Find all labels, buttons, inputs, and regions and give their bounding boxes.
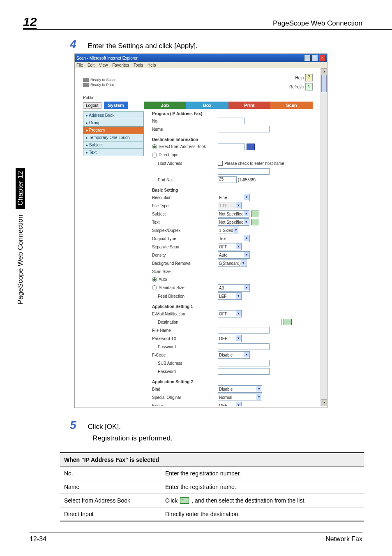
app1-heading: Application Setting 1: [152, 304, 313, 309]
footer: 12-34 Network Fax: [30, 533, 362, 543]
dest-input[interactable]: [218, 319, 282, 325]
name-label: Name: [152, 127, 218, 132]
tab-job[interactable]: Job: [144, 102, 186, 109]
refresh-icon[interactable]: ↻: [305, 83, 313, 90]
help-link[interactable]: Help: [295, 76, 304, 80]
fpwd-input[interactable]: [218, 368, 270, 375]
bg-select[interactable]: 0(Standard): [218, 259, 247, 267]
sepscan-select[interactable]: OFF: [218, 243, 242, 250]
resolution-label: Resolution: [152, 195, 218, 200]
minimize-button[interactable]: _: [304, 55, 311, 61]
tab-scan[interactable]: Scan: [270, 102, 313, 109]
sub-label: SUB Address: [158, 361, 218, 366]
menu-subject[interactable]: ▸ Subject: [83, 141, 144, 149]
no-label: No.: [152, 119, 218, 123]
pwd-label: Password: [158, 345, 218, 349]
menu-group[interactable]: ▸ Group: [83, 119, 144, 127]
vertical-scrollbar[interactable]: ▴ ▾: [321, 68, 327, 406]
host-addr-label: Host Address: [158, 161, 218, 166]
menu-tools[interactable]: Tools: [134, 63, 143, 67]
resolution-select[interactable]: Fine: [218, 194, 250, 201]
no-input[interactable]: [218, 118, 245, 124]
close-button[interactable]: ×: [319, 55, 325, 61]
fcode-select[interactable]: Disable: [218, 351, 250, 359]
basic-heading: Basic Setting: [152, 188, 313, 192]
feed-select[interactable]: LEF: [218, 292, 242, 300]
text-select[interactable]: Not Specified: [218, 218, 249, 226]
menu-file[interactable]: File: [76, 63, 83, 67]
select-book-label: Select from Address Book: [159, 144, 206, 149]
step5-text: Click [OK].: [88, 423, 121, 431]
maximize-button[interactable]: □: [311, 55, 318, 61]
step-4: 4 Enter the Settings and click [Apply].: [70, 38, 198, 51]
subject-select[interactable]: Not Specified: [218, 210, 249, 218]
simplex-select[interactable]: 1-Sided: [218, 227, 239, 234]
help-icon[interactable]: ?: [305, 74, 313, 81]
menu-address-book[interactable]: ▸ Address Book: [83, 111, 144, 119]
tab-system[interactable]: System: [104, 102, 128, 109]
density-label: Density: [152, 253, 218, 257]
host-checkbox[interactable]: [218, 161, 223, 166]
cell-no-l: No.: [60, 467, 161, 480]
menu-favorites[interactable]: Favorites: [112, 63, 129, 67]
sepscan-label: Separate Scan: [152, 245, 218, 249]
port-range: (1-65535): [238, 178, 256, 182]
step4-num: 4: [70, 38, 76, 51]
name-input[interactable]: [218, 126, 270, 132]
special-select[interactable]: Normal: [218, 394, 262, 401]
ready-print: Ready to Print: [90, 83, 114, 87]
menu-program[interactable]: ▸ Program: [83, 127, 144, 134]
density-select[interactable]: Auto: [218, 251, 250, 259]
registration-note: Registration is performed.: [92, 434, 173, 442]
public-label: Public: [79, 95, 317, 100]
radio-direct[interactable]: [152, 153, 157, 158]
ptx-label: Password TX: [152, 336, 218, 341]
port-input[interactable]: 25: [218, 176, 237, 183]
tab-print[interactable]: Print: [228, 102, 271, 109]
host-address-input[interactable]: [218, 168, 270, 175]
scanner-icon: [83, 78, 89, 82]
direct-label: Direct Input: [159, 153, 180, 157]
app2-heading: Application Setting 2: [152, 380, 313, 384]
bind-select[interactable]: Disable: [218, 385, 262, 393]
std-select[interactable]: A3: [218, 284, 250, 292]
ie-menubar[interactable]: File Edit View Favorites Tools Help: [75, 62, 327, 68]
address-book-icon[interactable]: [247, 144, 255, 150]
bg-label: Background Removal: [152, 261, 218, 266]
filetype-select[interactable]: TIFF: [218, 202, 242, 209]
settings-table: When "IP Address Fax" is selected No. En…: [60, 452, 364, 521]
scroll-up-icon[interactable]: ▴: [321, 68, 327, 75]
side-label: PageScope Web Connection Chapter 12: [16, 168, 25, 304]
dest-label: Destination: [158, 320, 218, 324]
logout-button[interactable]: Logout: [83, 102, 101, 109]
sub-input[interactable]: [218, 360, 270, 366]
scansize-label: Scan Size: [152, 269, 218, 274]
email-select[interactable]: OFF: [218, 310, 242, 317]
menu-help[interactable]: Help: [148, 63, 156, 67]
menu-view[interactable]: View: [99, 63, 108, 67]
ptx-select[interactable]: OFF: [218, 335, 242, 342]
cell-book-l: Select from Address Book: [60, 494, 161, 507]
pwd-input[interactable]: [218, 343, 270, 350]
menu-edit[interactable]: Edit: [88, 63, 95, 67]
step5-num: 5: [70, 419, 76, 432]
dest-list-icon[interactable]: [284, 319, 292, 325]
menu-temp-onetouch[interactable]: ▸ Temporary One-Touch: [83, 134, 144, 141]
text-list-icon[interactable]: [251, 219, 259, 225]
radio-select-book[interactable]: [152, 144, 157, 149]
menu-text[interactable]: ▸ Text: [83, 149, 144, 156]
book-input[interactable]: [218, 144, 245, 150]
radio-std[interactable]: [152, 285, 157, 290]
scroll-down-icon[interactable]: ▾: [321, 399, 327, 406]
erase-select[interactable]: OFF: [218, 402, 242, 406]
scroll-thumb[interactable]: [321, 75, 327, 92]
tab-box[interactable]: Box: [186, 102, 228, 109]
table-row: Name Enter the registration name.: [60, 480, 364, 494]
refresh-link[interactable]: Refresh: [289, 85, 304, 89]
screenshot: Scan - Microsoft Internet Explorer _ □ ×…: [74, 53, 327, 408]
filename-input[interactable]: [218, 327, 270, 334]
subject-list-icon[interactable]: [251, 211, 259, 217]
origtype-select[interactable]: Text: [218, 235, 250, 242]
radio-auto[interactable]: [152, 277, 157, 282]
table-row: No. Enter the registration number.: [60, 467, 364, 480]
